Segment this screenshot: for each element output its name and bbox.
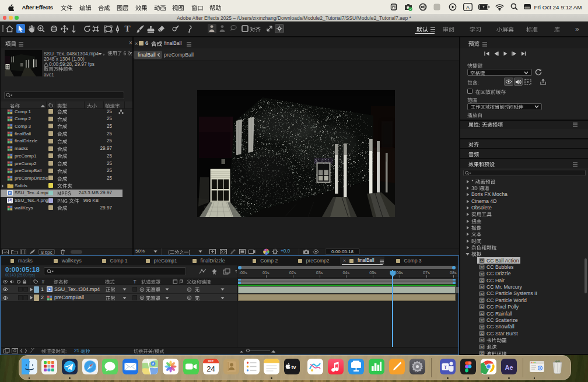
- svg-text:32: 32: [480, 279, 483, 282]
- svg-text:32: 32: [480, 338, 483, 342]
- svg-text:32: 32: [480, 345, 483, 348]
- svg-text:32: 32: [480, 305, 483, 309]
- svg-text:32: 32: [480, 285, 483, 289]
- svg-text:32: 32: [480, 325, 483, 328]
- svg-text:32: 32: [480, 299, 483, 302]
- svg-text:32: 32: [480, 332, 483, 335]
- svg-text:T: T: [444, 364, 447, 370]
- svg-text:32: 32: [480, 318, 483, 322]
- svg-text:32: 32: [480, 259, 483, 262]
- svg-text:32: 32: [480, 272, 483, 275]
- svg-text:32: 32: [480, 352, 483, 355]
- svg-text:32: 32: [480, 292, 483, 296]
- svg-text:A: A: [466, 5, 470, 10]
- svg-text:T: T: [124, 24, 130, 33]
- svg-text:tv: tv: [292, 364, 296, 370]
- svg-text:Ae: Ae: [505, 363, 513, 370]
- svg-text:32: 32: [480, 265, 483, 269]
- svg-text:24: 24: [207, 365, 215, 373]
- svg-text:OCT: OCT: [208, 360, 214, 363]
- svg-text:32: 32: [480, 312, 483, 316]
